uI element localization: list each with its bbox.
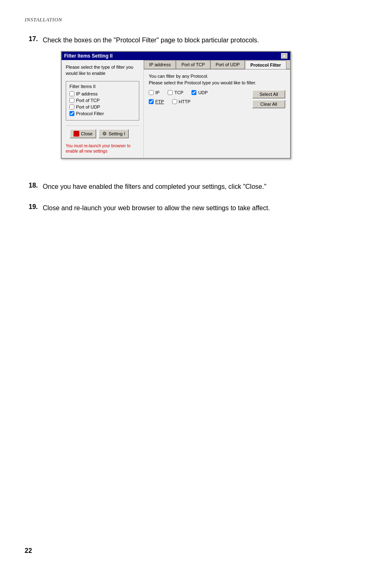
warning-text: You must re-launch your browser to enabl… [66,143,139,154]
close-button[interactable]: Close [70,129,96,138]
protocol-ip-label: IP [155,90,159,95]
checkbox-port-udp-input[interactable] [69,104,74,109]
protocol-tcp[interactable]: TCP [168,90,183,95]
dialog-bottom-buttons: Close ⚙ Setting I [66,125,139,142]
dialog-right-panel: IP address Port of TCP Port of UDP Proto… [144,60,290,158]
tab-ip-address[interactable]: IP address [144,60,176,69]
step-17-number: 17. [25,35,38,43]
page-header: Installation [25,16,367,23]
protocol-tcp-label: TCP [174,90,183,95]
protocol-udp-label: UDP [198,90,208,95]
setting-button-label: Setting I [108,131,125,136]
step-17: 17. Check the boxes on the "Protocol Fil… [25,35,367,170]
protocol-ftp-checkbox[interactable] [149,99,154,104]
tab-content: You can filter by any Protocol. Please s… [144,70,290,112]
checkbox-ip-address-input[interactable] [69,91,74,96]
step-18-text: Once you have enabled the filters and co… [43,182,266,192]
right-inner: Select All Clear All IP [149,90,285,104]
filter-items-title: Filter Items II [69,84,136,89]
dialog-body: Please select the type of filter you wou… [62,60,290,158]
dialog-title: Filter Items Setting II [64,53,113,59]
close-icon [74,131,79,137]
close-button-label: Close [81,131,92,136]
dialog-close-button[interactable]: × [281,53,288,59]
tab-desc-1: You can filter by any Protocol. [149,74,285,79]
tab-port-udp[interactable]: Port of UDP [210,60,245,69]
protocol-row-1: IP TCP UDP [149,90,252,95]
step-18-number: 18. [25,182,38,189]
dialog-titlebar: Filter Items Setting II × [62,52,290,60]
checkbox-port-tcp-label: Port of TCP [76,98,99,103]
side-buttons-container: Select All Clear All [252,90,285,108]
filter-items-group: Filter Items II IP address Port of TCP [66,81,139,121]
clear-all-button[interactable]: Clear All [252,100,285,108]
checkbox-port-udp[interactable]: Port of UDP [69,104,136,109]
protocol-http-label: HTTP [179,99,191,104]
checkbox-port-tcp-input[interactable] [69,98,74,103]
setting-i-button[interactable]: ⚙ Setting I [99,129,129,138]
select-all-button[interactable]: Select All [252,90,285,98]
checkbox-protocol-filter-input[interactable] [69,111,74,116]
protocol-http-checkbox[interactable] [172,99,177,104]
protocol-ftp-label: FTP [155,99,164,104]
filter-dialog: Filter Items Setting II × Please select … [61,51,291,159]
step-18: 18. Once you have enabled the filters an… [25,182,367,192]
checkbox-ip-address[interactable]: IP address [69,91,136,96]
checkbox-protocol-filter[interactable]: Protocol Filter [69,111,136,116]
checkbox-ip-address-label: IP address [76,91,97,96]
page-number: 22 [25,547,32,555]
protocol-ip[interactable]: IP [149,90,159,95]
dialog-wrapper: Filter Items Setting II × Please select … [61,51,291,159]
step-17-text: Check the boxes on the "Protocol Filter"… [43,35,291,45]
protocol-tcp-checkbox[interactable] [168,90,173,95]
protocol-udp[interactable]: UDP [191,90,208,95]
tab-desc-2: Please select the Protocol type you woul… [149,80,285,85]
protocol-ip-checkbox[interactable] [149,90,154,95]
setting-icon: ⚙ [102,131,107,137]
tab-protocol-filter[interactable]: Protocol Filter [245,60,286,69]
dialog-left-panel: Please select the type of filter you wou… [62,60,144,158]
checkbox-protocol-filter-label: Protocol Filter [76,111,104,116]
step-19: 19. Close and re-launch your web browser… [25,203,367,213]
tab-port-tcp[interactable]: Port of TCP [176,60,210,69]
checkbox-port-tcp[interactable]: Port of TCP [69,98,136,103]
tabs-bar: IP address Port of TCP Port of UDP Proto… [144,60,290,70]
protocol-http[interactable]: HTTP [172,99,191,104]
protocol-ftp[interactable]: FTP [149,99,164,104]
left-panel-description: Please select the type of filter you wou… [66,64,139,77]
protocol-udp-checkbox[interactable] [191,90,196,95]
checkbox-port-udp-label: Port of UDP [76,104,100,109]
step-19-number: 19. [25,203,38,211]
step-19-text: Close and re-launch your web browser to … [43,203,270,213]
protocol-row-2: FTP HTTP [149,99,252,104]
